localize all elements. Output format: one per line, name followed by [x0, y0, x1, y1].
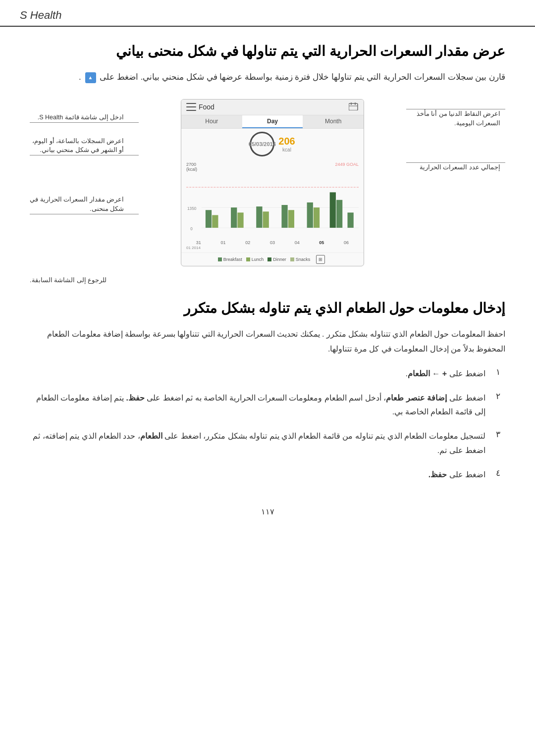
intro-text-2: .: [79, 72, 81, 82]
left-ann-3-text: اعرض مقدار السعرات الحرارية في شكل منحنى…: [30, 195, 124, 214]
section2: إدخال معلومات حول الطعام الذي يتم تناوله…: [30, 299, 505, 482]
left-ann-1-text: ادخل إلى شاشة قائمة S Health.: [30, 113, 124, 122]
x-label-01: 01: [221, 240, 226, 245]
back-button[interactable]: ⊞: [314, 255, 325, 264]
bar-chart-svg: 1350 0: [186, 173, 359, 237]
svg-rect-18: [314, 207, 320, 228]
step-2-text: اضغط على إضافة عنصر طعام، أدخل اسم الطعا…: [30, 391, 485, 420]
x-label-03: 03: [270, 240, 275, 245]
calorie-circle: 05/03/2014: [250, 132, 274, 156]
step-1: ١ اضغط على + ← الطعام.: [30, 367, 505, 381]
step-3: ٣ لتسجيل معلومات الطعام الذي يتم تناوله …: [30, 429, 505, 458]
calories-value: 05/03/2014: [249, 141, 276, 147]
snacks-color: [290, 257, 294, 261]
calories-display: 05/03/2014 206 kcal: [181, 129, 364, 159]
edit-icon: [85, 72, 96, 83]
step-4: ٤ اضغط على حفظ.: [30, 468, 505, 482]
phone-mockup-area: Food Hour: [144, 99, 401, 266]
legend-dinner: Dinner: [268, 255, 286, 264]
phone-header-right: [349, 102, 359, 112]
leader-line-3: [30, 214, 139, 214]
bar-chart: 2700 (kcal) 2449 GOAL 1350 0: [181, 159, 364, 252]
intro-text-1: قارن بين سجلات السعرات الحرارية التي يتم…: [98, 72, 505, 82]
x-labels: 31 01 02 03 04 05 06: [186, 240, 359, 245]
svg-rect-0: [349, 103, 358, 110]
calendar-icon: [349, 102, 359, 110]
svg-rect-13: [256, 206, 262, 228]
x-label-04: 04: [295, 240, 300, 245]
svg-rect-24: [268, 257, 271, 261]
step-4-text: اضغط على حفظ.: [30, 468, 485, 482]
legend-dinner-label: Dinner: [273, 257, 286, 262]
page-number: ١١٧: [0, 492, 535, 526]
x-label-05: 05: [319, 240, 324, 245]
phone-food-label: Food: [199, 103, 214, 111]
svg-rect-9: [206, 210, 212, 228]
svg-rect-11: [231, 207, 237, 228]
left-ann-1: ادخل إلى شاشة قائمة S Health.: [30, 113, 139, 123]
left-ann-3: اعرض مقدار السعرات الحرارية في شكل منحنى…: [30, 195, 139, 214]
tab-day[interactable]: Day: [242, 115, 303, 128]
phone-header: Food: [181, 100, 364, 115]
back-annotation-text: للرجوع إلى الشاشة السابقة.: [30, 276, 107, 284]
x-sub-label: 01 2014: [186, 246, 346, 250]
calorie-total: 206 kcal: [278, 136, 295, 152]
svg-rect-22: [218, 257, 222, 261]
legend-breakfast: Breakfast: [218, 255, 242, 264]
svg-rect-14: [263, 211, 269, 228]
right-ann-2-text: إجمالي عدد السعرات الحرارية: [406, 163, 500, 172]
svg-rect-12: [237, 212, 243, 228]
step-1-text: اضغط على + ← الطعام.: [30, 367, 485, 381]
left-ann-1-line: [30, 122, 139, 123]
diagram-area: ادخل إلى شاشة قائمة S Health. اعرض السجل…: [30, 99, 505, 266]
app-title: S Health: [20, 9, 61, 22]
y-label-top: 2700 (kcal): [186, 162, 197, 172]
calorie-unit: kcal: [278, 147, 295, 152]
left-ann-3-line: [30, 214, 139, 214]
tab-month[interactable]: Month: [303, 115, 364, 128]
section2-title: إدخال معلومات حول الطعام الذي يتم تناوله…: [30, 299, 505, 318]
section1-intro: قارن بين سجلات السعرات الحرارية التي يتم…: [30, 70, 505, 85]
leader-line-1: [30, 122, 139, 123]
svg-rect-10: [212, 215, 218, 228]
section2-intro: احفظ المعلومات حول الطعام الذي تتناوله ب…: [30, 327, 505, 357]
svg-text:0: 0: [190, 227, 193, 231]
right-ann-1-text: اعرض النقاط الدنيا من أنا مأخذ السعرات ا…: [406, 109, 500, 128]
left-ann-2: اعرض السجلات بالساعة، أو اليوم، أو الشهر…: [30, 137, 139, 156]
right-annotations: اعرض النقاط الدنيا من أنا مأخذ السعرات ا…: [406, 99, 505, 172]
svg-rect-19: [330, 192, 336, 228]
left-annotations: ادخل إلى شاشة قائمة S Health. اعرض السجل…: [30, 99, 139, 224]
legend-breakfast-label: Breakfast: [223, 257, 242, 262]
phone-mockup: Food Hour: [181, 99, 364, 266]
x-label-02: 02: [245, 240, 250, 245]
main-content: عرض مقدار السعرات الحرارية التي يتم تناو…: [0, 42, 535, 482]
page-header: S Health: [0, 0, 535, 27]
legend-snacks: Snacks: [290, 255, 311, 264]
back-annotation: للرجوع إلى الشاشة السابقة.: [30, 276, 505, 284]
step-4-number: ٤: [490, 468, 505, 478]
svg-rect-25: [290, 257, 294, 261]
step-3-text: لتسجيل معلومات الطعام الذي يتم تناوله من…: [30, 429, 485, 458]
right-ann-1: اعرض النقاط الدنيا من أنا مأخذ السعرات ا…: [406, 109, 505, 128]
legend-snacks-label: Snacks: [296, 257, 311, 262]
step-2-number: ٢: [490, 391, 505, 402]
calorie-number: 206: [278, 136, 295, 147]
x-label-06: 06: [344, 240, 349, 245]
back-icon[interactable]: ⊞: [316, 255, 325, 264]
section1-title: عرض مقدار السعرات الحرارية التي يتم تناو…: [30, 42, 505, 61]
tab-hour[interactable]: Hour: [181, 115, 242, 128]
svg-rect-15: [281, 205, 287, 228]
step-2: ٢ اضغط على إضافة عنصر طعام، أدخل اسم الط…: [30, 391, 505, 420]
svg-text:1350: 1350: [187, 206, 197, 211]
step-1-number: ١: [490, 367, 505, 377]
phone-tabs: Hour Day Month: [181, 115, 364, 129]
left-ann-2-text: اعرض السجلات بالساعة، أو اليوم، أو الشهر…: [30, 137, 124, 155]
svg-rect-17: [307, 202, 313, 228]
svg-rect-21: [347, 212, 353, 228]
chart-legend: Breakfast Lunch Dinner Snacks: [181, 252, 364, 266]
leader-line-2: [30, 155, 139, 155]
step-3-number: ٣: [490, 429, 505, 440]
phone-header-title: Food: [186, 103, 214, 111]
menu-icon: [186, 103, 196, 111]
lunch-color: [246, 257, 250, 261]
